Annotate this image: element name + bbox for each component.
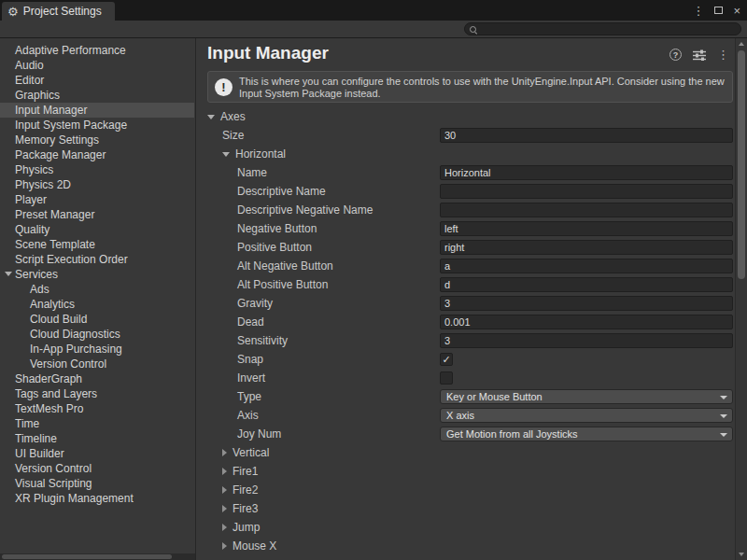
sidebar-item[interactable]: Cloud Build	[0, 312, 194, 327]
property-row: Gravity3	[197, 294, 735, 313]
sidebar-item[interactable]: Tags and Layers	[0, 386, 194, 401]
sidebar-item[interactable]: Script Execution Order	[0, 252, 194, 267]
sidebar-horizontal-scrollbar[interactable]	[0, 553, 195, 560]
text-field[interactable]: 3	[440, 296, 733, 311]
checkbox[interactable]	[440, 371, 453, 385]
text-field[interactable]	[440, 203, 733, 217]
property-row: Positive Buttonright	[197, 238, 735, 257]
foldout-row: Fire2	[197, 481, 735, 499]
sidebar-item[interactable]: Editor	[0, 73, 194, 88]
scroll-up-arrow-icon[interactable]	[739, 42, 744, 46]
sidebar-item[interactable]: Timeline	[0, 431, 194, 446]
foldout-arrow-icon[interactable]	[207, 115, 215, 119]
text-field[interactable]: Horizontal	[440, 165, 733, 180]
info-banner: ! This is where you can configure the co…	[207, 71, 733, 103]
sidebar-item[interactable]: Version Control	[0, 461, 194, 476]
search-icon	[470, 26, 477, 34]
sidebar-item[interactable]: Version Control	[0, 357, 194, 371]
sidebar-item[interactable]: UI Builder	[0, 446, 194, 461]
help-icon[interactable]: ?	[669, 49, 682, 61]
text-field[interactable]: 30	[440, 128, 733, 143]
text-field[interactable]: right	[440, 240, 733, 255]
checkbox[interactable]: ✓	[440, 353, 453, 366]
sidebar-item[interactable]: Input System Package	[0, 118, 194, 133]
foldout-arrow-icon[interactable]	[222, 449, 227, 456]
dropdown[interactable]: Get Motion from all Joysticks	[440, 427, 733, 441]
row-label[interactable]: Axes	[207, 107, 246, 126]
main-vertical-scrollbar[interactable]	[735, 38, 747, 560]
maximize-icon[interactable]	[714, 7, 723, 14]
sidebar-item[interactable]: Input Manager	[0, 103, 194, 118]
text-field[interactable]: 3	[440, 333, 733, 348]
foldout-arrow-icon[interactable]	[222, 524, 227, 531]
sidebar-item[interactable]: Quality	[0, 222, 194, 237]
sidebar-item[interactable]: Player	[0, 192, 194, 207]
sidebar-item-label: Graphics	[15, 89, 60, 102]
row-label[interactable]: Vertical	[222, 443, 269, 462]
foldout-arrow-icon[interactable]	[222, 468, 227, 475]
dropdown[interactable]: Key or Mouse Button	[440, 389, 733, 404]
sidebar-item[interactable]: Graphics	[0, 88, 194, 103]
sidebar-item[interactable]: ShaderGraph	[0, 371, 194, 386]
scrollbar-thumb[interactable]	[738, 50, 745, 279]
foldout-row: Fire3	[197, 499, 735, 518]
row-label-text: Negative Button	[237, 222, 317, 235]
row-label-text: Mouse X	[233, 539, 276, 553]
sidebar-item[interactable]: Time	[0, 416, 194, 431]
scrollbar-thumb[interactable]	[2, 554, 172, 559]
text-field-value: 3	[441, 334, 732, 347]
dropdown[interactable]: X axis	[440, 408, 733, 423]
sidebar-item-label: ShaderGraph	[15, 372, 82, 385]
search-box[interactable]	[464, 22, 741, 35]
sidebar-item-label: Ads	[30, 283, 49, 296]
presets-icon[interactable]	[693, 49, 706, 61]
foldout-arrow-icon[interactable]	[222, 152, 230, 157]
tab-project-settings[interactable]: ⚙ Project Settings	[2, 2, 115, 21]
sidebar-item[interactable]: Memory Settings	[0, 133, 194, 147]
sidebar-item-label: Scene Template	[15, 238, 95, 251]
sidebar-item[interactable]: Physics 2D	[0, 177, 194, 192]
row-label[interactable]: Fire3	[222, 499, 258, 518]
property-row: Sensitivity3	[197, 331, 735, 350]
text-field[interactable]: a	[440, 259, 733, 273]
text-field[interactable]: 0.001	[440, 315, 733, 329]
row-label[interactable]: Horizontal	[222, 145, 286, 163]
sidebar-item[interactable]: Adaptive Performance	[0, 43, 194, 58]
close-icon[interactable]: ×	[733, 5, 740, 17]
foldout-arrow-icon[interactable]	[222, 486, 227, 494]
foldout-arrow-icon[interactable]	[222, 505, 227, 512]
info-icon: !	[215, 78, 233, 96]
search-input[interactable]	[480, 23, 734, 34]
sidebar-item[interactable]: TextMesh Pro	[0, 401, 194, 416]
property-row: Alt Positive Buttond	[197, 275, 735, 294]
row-label[interactable]: Fire2	[222, 481, 258, 499]
sidebar-item[interactable]: Analytics	[0, 297, 194, 312]
scroll-down-arrow-icon[interactable]	[739, 553, 744, 556]
text-field[interactable]	[440, 184, 733, 199]
text-field[interactable]: left	[440, 221, 733, 236]
sidebar-item[interactable]: Scene Template	[0, 237, 194, 252]
panel-menu-icon[interactable]: ⋮	[717, 49, 729, 61]
row-label[interactable]: Jump	[222, 518, 260, 537]
row-label[interactable]: Fire1	[222, 462, 258, 481]
foldout-arrow-icon[interactable]	[5, 272, 12, 276]
sidebar-item[interactable]: In-App Purchasing	[0, 342, 194, 357]
sidebar-item[interactable]: Package Manager	[0, 147, 194, 162]
sidebar-item[interactable]: Ads	[0, 282, 194, 297]
page-title: Input Manager	[207, 43, 329, 63]
sidebar-item[interactable]: Services	[0, 267, 194, 282]
sidebar-item[interactable]: Preset Manager	[0, 207, 194, 222]
sidebar-item[interactable]: Cloud Diagnostics	[0, 327, 194, 342]
chevron-down-icon	[720, 433, 727, 437]
sidebar-item[interactable]: Physics	[0, 162, 194, 177]
window-menu-icon[interactable]: ⋮	[692, 5, 704, 17]
sidebar-item[interactable]: Visual Scripting	[0, 476, 194, 491]
property-row: NameHorizontal	[197, 163, 735, 182]
text-field[interactable]: d	[440, 277, 733, 292]
sidebar-item-label: Cloud Diagnostics	[30, 328, 120, 341]
sidebar-item-label: Physics 2D	[15, 178, 71, 191]
foldout-arrow-icon[interactable]	[222, 542, 227, 550]
sidebar-item[interactable]: XR Plugin Management	[0, 491, 194, 506]
sidebar-item[interactable]: Audio	[0, 58, 194, 73]
row-label[interactable]: Mouse X	[222, 537, 276, 555]
